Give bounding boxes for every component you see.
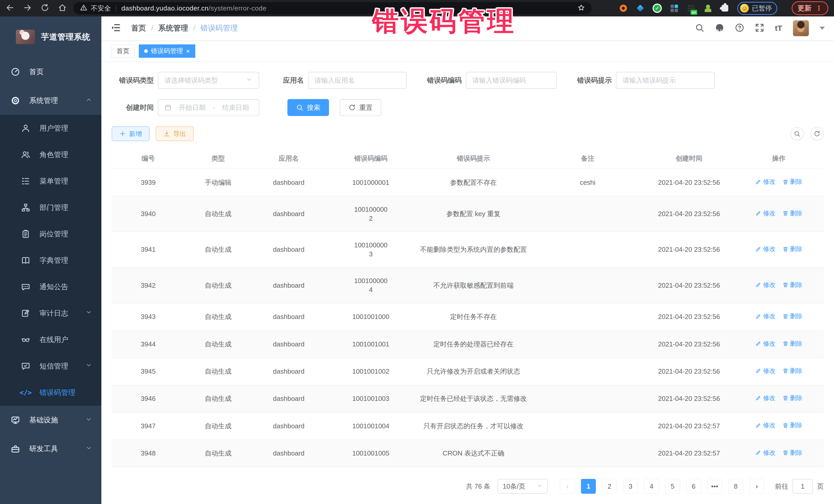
- extension-orange-icon[interactable]: [619, 4, 628, 13]
- cell-time: 2021-04-20 23:52:56: [644, 358, 734, 385]
- security-label[interactable]: 不安全: [91, 4, 111, 13]
- error-msg-input[interactable]: 请输入错误码提示: [616, 72, 715, 89]
- page-button[interactable]: 2: [602, 479, 617, 494]
- sidebar-item-users[interactable]: 用户管理: [0, 115, 101, 141]
- sidebar-item-roles[interactable]: 角色管理: [0, 141, 101, 168]
- page-button[interactable]: •••: [707, 479, 722, 494]
- extensions-puzzle-icon[interactable]: [720, 4, 729, 13]
- sidebar-item-dictionary[interactable]: 字典管理: [0, 247, 101, 273]
- delete-link[interactable]: 删除: [783, 178, 803, 186]
- delete-link[interactable]: 删除: [783, 209, 803, 217]
- app-logo-row[interactable]: 芋道管理系统: [0, 17, 101, 58]
- page-button[interactable]: 6: [686, 479, 701, 494]
- font-size-icon[interactable]: tT: [775, 24, 782, 32]
- cell-remark: [531, 358, 644, 385]
- delete-link[interactable]: 删除: [783, 312, 803, 320]
- sidebar-item-dev-tools[interactable]: 研发工具: [0, 435, 101, 463]
- help-icon[interactable]: [735, 23, 744, 34]
- tag-error-code[interactable]: 错误码管理 ×: [139, 44, 195, 58]
- next-page-button[interactable]: ›: [749, 479, 764, 494]
- edit-link[interactable]: 修改: [755, 339, 775, 348]
- error-type-select[interactable]: 请选择错误码类型: [158, 72, 259, 89]
- page-size-select[interactable]: 10条/页: [498, 479, 548, 494]
- bookmark-star-icon[interactable]: [577, 4, 585, 13]
- sidebar-collapse-icon[interactable]: [111, 23, 121, 34]
- extension-cube-icon[interactable]: [670, 4, 679, 13]
- extension-pin-icon[interactable]: [636, 4, 645, 13]
- sidebar-item-home[interactable]: 首页: [0, 58, 101, 86]
- sidebar-item-notices[interactable]: 通知公告: [0, 273, 101, 300]
- url-text[interactable]: dashboard.yudao.iocoder.cn/system/error-…: [122, 4, 266, 12]
- breadcrumb-system[interactable]: 系统管理: [158, 23, 188, 34]
- app-name-input[interactable]: 请输入应用名: [308, 72, 407, 89]
- date-range-picker[interactable]: 开始日期 - 结束日期: [158, 99, 259, 116]
- sidebar-item-positions[interactable]: 岗位管理: [0, 221, 101, 247]
- address-bar[interactable]: 不安全 dashboard.yudao.iocoder.cn/system/er…: [73, 2, 592, 14]
- edit-link[interactable]: 修改: [755, 209, 775, 217]
- edit-link[interactable]: 修改: [755, 281, 775, 289]
- delete-link[interactable]: 删除: [783, 281, 803, 289]
- search-button[interactable]: 搜索: [287, 99, 329, 116]
- delete-link[interactable]: 删除: [783, 245, 803, 253]
- delete-link[interactable]: 删除: [783, 339, 803, 348]
- edit-link[interactable]: 修改: [755, 245, 775, 253]
- extension-check-icon[interactable]: ✓: [653, 4, 662, 13]
- sidebar: 芋道管理系统 首页 系统管理 用户管理 角色管理: [0, 17, 101, 504]
- edit-link[interactable]: 修改: [755, 312, 775, 320]
- edit-link[interactable]: 修改: [755, 421, 775, 429]
- browser-back-icon[interactable]: [6, 3, 14, 13]
- goto-page-input[interactable]: 1: [792, 479, 813, 494]
- browser-home-icon[interactable]: [58, 3, 67, 13]
- page-button[interactable]: 4: [644, 479, 659, 494]
- tag-close-icon[interactable]: ×: [186, 48, 190, 54]
- browser-update-button[interactable]: 更新 ⋮: [792, 1, 828, 15]
- delete-link[interactable]: 删除: [783, 394, 803, 402]
- add-button[interactable]: 新增: [112, 126, 150, 141]
- delete-link[interactable]: 删除: [783, 421, 803, 429]
- breadcrumb-home[interactable]: 首页: [131, 23, 146, 34]
- sidebar-item-sms[interactable]: 短信管理: [0, 353, 101, 379]
- edit-link[interactable]: 修改: [755, 448, 775, 457]
- delete-link[interactable]: 删除: [783, 367, 803, 375]
- header-search-icon[interactable]: [695, 23, 704, 34]
- refresh-table-button[interactable]: [810, 127, 824, 140]
- edit-link[interactable]: 修改: [755, 367, 775, 375]
- cell-id: 3945: [112, 358, 185, 385]
- github-icon[interactable]: [715, 23, 724, 34]
- show-search-button[interactable]: [790, 127, 804, 140]
- edit-link[interactable]: 修改: [755, 394, 775, 402]
- monitor-icon: [11, 415, 20, 425]
- user-avatar[interactable]: [793, 20, 809, 36]
- edit-link[interactable]: 修改: [755, 178, 775, 186]
- page-button[interactable]: 3: [623, 479, 638, 494]
- select-chevron-icon: [537, 482, 543, 490]
- profile-paused-badge[interactable]: ☺ 已暂停: [737, 2, 777, 15]
- page-button[interactable]: 8: [728, 479, 743, 494]
- sidebar-item-system[interactable]: 系统管理: [0, 86, 101, 115]
- sidebar-item-error-code[interactable]: </> 错误码管理: [0, 379, 101, 406]
- browser-forward-icon[interactable]: [23, 3, 32, 13]
- page-button[interactable]: 5: [665, 479, 680, 494]
- export-button[interactable]: 导出: [156, 126, 194, 141]
- prev-page-button[interactable]: ‹: [560, 479, 575, 494]
- sidebar-item-infrastructure[interactable]: 基础设施: [0, 406, 101, 435]
- sidebar-item-departments[interactable]: 部门管理: [0, 194, 101, 221]
- avatar-caret-icon[interactable]: [820, 27, 825, 30]
- sidebar-item-online-users[interactable]: 在线用户: [0, 326, 101, 353]
- table-row: 3943 自动生成 dashboard 1001001000 定时任务不存在 2…: [112, 303, 824, 330]
- browser-menu-icon[interactable]: ⋮: [815, 4, 822, 12]
- filter-time-label: 创建时间: [112, 103, 158, 112]
- fullscreen-icon[interactable]: [755, 23, 764, 34]
- error-code-input[interactable]: 请输入错误码编码: [466, 72, 557, 89]
- extension-switch-icon[interactable]: on: [686, 4, 696, 13]
- browser-reload-icon[interactable]: [41, 3, 49, 13]
- tag-home[interactable]: 首页: [111, 44, 135, 58]
- not-secure-icon[interactable]: [80, 4, 87, 12]
- online-users-icon: [21, 335, 30, 344]
- sidebar-item-menus[interactable]: 菜单管理: [0, 168, 101, 194]
- extension-person-icon[interactable]: [703, 4, 712, 13]
- page-button[interactable]: 1: [581, 479, 596, 494]
- delete-link[interactable]: 删除: [783, 448, 803, 457]
- reset-button[interactable]: 重置: [340, 99, 381, 116]
- sidebar-item-audit-log[interactable]: 审计日志: [0, 300, 101, 326]
